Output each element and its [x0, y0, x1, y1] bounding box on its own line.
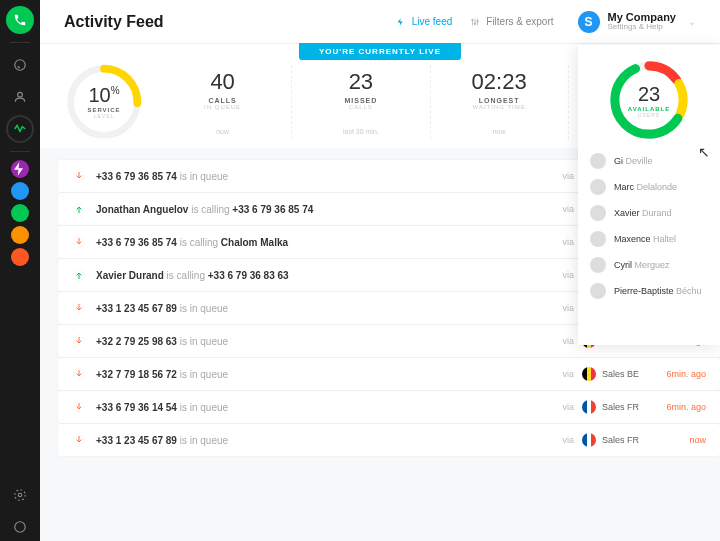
feed-row[interactable]: +33 1 23 45 67 89 is in queueviaSales FR… — [58, 424, 720, 456]
svg-point-4 — [15, 522, 26, 533]
chevron-down-icon: ⌄ — [688, 16, 696, 27]
inbound-icon — [72, 235, 86, 249]
user-row[interactable]: Maxence Haltel — [590, 231, 708, 247]
user-list: Gi DevilleMarc DelalondeXavier DurandMax… — [578, 141, 720, 299]
flag-icon — [582, 367, 596, 381]
avatar — [590, 257, 606, 273]
bolt-icon — [396, 16, 406, 28]
inbound-icon — [72, 400, 86, 414]
company-sub: Settings & Help — [608, 23, 676, 32]
company-avatar: S — [578, 11, 600, 33]
company-menu[interactable]: S My Company Settings & Help ⌄ — [578, 11, 696, 33]
sidebar-dot-teal[interactable] — [11, 248, 29, 266]
outbound-icon — [72, 268, 86, 282]
sidebar-item-user[interactable] — [6, 83, 34, 111]
live-indicator[interactable]: Live feed — [396, 16, 453, 28]
svg-point-2 — [18, 493, 22, 497]
avatar — [590, 283, 606, 299]
sidebar-item-activity[interactable] — [6, 115, 34, 143]
user-row[interactable]: Cyril Merguez — [590, 257, 708, 273]
inbound-icon — [72, 334, 86, 348]
users-panel: 23 AVAILABLE USERS Gi DevilleMarc Delalo… — [578, 45, 720, 345]
inbound-icon — [72, 367, 86, 381]
svg-point-7 — [477, 20, 479, 22]
filters-export[interactable]: Filters & export — [470, 16, 553, 28]
outbound-icon — [72, 202, 86, 216]
sidebar-item-phone[interactable] — [6, 51, 34, 79]
avatar — [590, 179, 606, 195]
service-level-gauge: 10% SERVICE LEVEL — [54, 62, 154, 142]
feed-row[interactable]: +33 6 79 36 14 54 is in queueviaSales FR… — [58, 391, 720, 423]
sidebar-dot-orange[interactable] — [11, 226, 29, 244]
svg-point-6 — [474, 22, 476, 24]
sidebar-dot-purple[interactable] — [11, 160, 29, 178]
svg-point-5 — [472, 19, 474, 21]
sidebar-item-help[interactable] — [6, 513, 34, 541]
user-row[interactable]: Marc Delalonde — [590, 179, 708, 195]
header: Activity Feed Live feed Filters & export… — [40, 0, 720, 44]
stat-block: 02:23LONGESTWAITING TIMEnow — [430, 65, 568, 139]
mouse-cursor-icon: ↖ — [698, 144, 710, 160]
avatar — [590, 205, 606, 221]
feed-row[interactable]: +32 7 79 18 56 72 is in queueviaSales BE… — [58, 358, 720, 390]
user-row[interactable]: Xavier Durand — [590, 205, 708, 221]
svg-point-0 — [15, 60, 26, 71]
sliders-icon — [470, 16, 480, 28]
sidebar-item-settings[interactable] — [6, 481, 34, 509]
user-row[interactable]: Gi Deville — [590, 153, 708, 169]
sidebar-brand-icon[interactable] — [6, 6, 34, 34]
flag-icon — [582, 400, 596, 414]
available-users-gauge: 23 AVAILABLE USERS — [608, 59, 690, 141]
user-row[interactable]: Pierre-Baptiste Béchu — [590, 283, 708, 299]
sidebar — [0, 0, 40, 541]
inbound-icon — [72, 301, 86, 315]
stat-block: 23MISSEDCALLSlast 30 min. — [291, 65, 429, 139]
svg-point-1 — [18, 92, 23, 97]
flag-icon — [582, 433, 596, 447]
avatar — [590, 153, 606, 169]
sidebar-dot-green[interactable] — [11, 204, 29, 222]
page-title: Activity Feed — [64, 13, 164, 31]
stat-block: 40CALLSIN QUEUEnow — [154, 65, 291, 139]
avatar — [590, 231, 606, 247]
inbound-icon — [72, 169, 86, 183]
live-banner: YOU'RE CURRENTLY LIVE — [299, 43, 461, 60]
sidebar-dot-blue[interactable] — [11, 182, 29, 200]
svg-point-3 — [15, 490, 26, 501]
inbound-icon — [72, 433, 86, 447]
